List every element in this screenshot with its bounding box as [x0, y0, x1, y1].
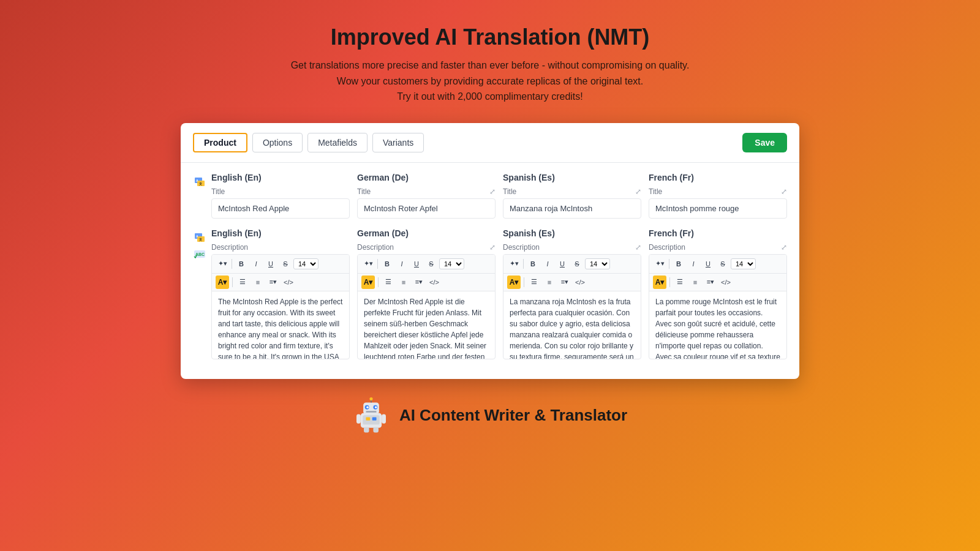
- strike-btn-en[interactable]: S: [279, 257, 292, 271]
- editor-content-fr[interactable]: La pomme rouge McIntosh est le fruit par…: [649, 291, 786, 359]
- underline-btn-de[interactable]: U: [410, 257, 423, 271]
- field-label-es-title: Title ⤢: [503, 187, 641, 196]
- expand-icon-es-desc[interactable]: ⤢: [635, 243, 641, 252]
- translate-icon: A 文: [193, 175, 206, 189]
- sep2-fr: [669, 277, 670, 287]
- toolbar2-es: A▾ ☰ ≡ ≡▾ </>: [503, 274, 641, 291]
- align-btn-en[interactable]: ≡▾: [266, 276, 280, 289]
- olist-btn-en[interactable]: ≡: [251, 276, 265, 289]
- toolbar2-fr: A▾ ☰ ≡ ≡▾ </>: [649, 274, 786, 291]
- svg-point-16: [375, 406, 377, 408]
- svg-rect-24: [364, 427, 369, 433]
- lang-label-fr-title: French (Fr): [649, 173, 787, 182]
- ulist-btn-en[interactable]: ☰: [236, 276, 249, 289]
- tab-product[interactable]: Product: [193, 133, 247, 152]
- code-btn-de[interactable]: </>: [428, 276, 441, 289]
- svg-text:文: 文: [199, 238, 202, 241]
- italic-btn-es[interactable]: I: [541, 257, 554, 271]
- bold-btn-es[interactable]: B: [526, 257, 540, 271]
- field-label-fr-desc: Description ⤢: [649, 243, 787, 252]
- italic-btn-en[interactable]: I: [249, 257, 263, 271]
- bold-btn-de[interactable]: B: [380, 257, 394, 271]
- toolbar-fr: ✦▾ B I U S 14: [649, 255, 786, 274]
- title-row: A 文 English (En) Title: [193, 173, 787, 219]
- expand-icon-de-desc[interactable]: ⤢: [489, 243, 496, 252]
- underline-btn-es[interactable]: U: [556, 257, 569, 271]
- toolbar2-en: A▾ ☰ ≡ ≡▾ </>: [212, 274, 349, 291]
- ulist-btn-es[interactable]: ☰: [527, 276, 541, 289]
- ai-btn-de[interactable]: ✦▾: [361, 257, 375, 271]
- svg-rect-20: [356, 414, 361, 423]
- svg-text:A: A: [196, 234, 198, 238]
- description-columns: English (En) Description ✦▾ B I U S: [211, 228, 787, 359]
- ai-btn-fr[interactable]: ✦▾: [653, 257, 666, 271]
- title-col-es: Spanish (Es) Title ⤢: [503, 173, 641, 219]
- editor-content-es[interactable]: La manzana roja McIntosh es la fruta per…: [503, 291, 641, 359]
- title-section: A 文 English (En) Title: [193, 173, 787, 219]
- color-btn-de[interactable]: A▾: [361, 276, 375, 289]
- tab-options[interactable]: Options: [252, 133, 303, 152]
- fontsize-es[interactable]: 14: [585, 258, 610, 269]
- underline-btn-en[interactable]: U: [264, 257, 277, 271]
- ai-btn-es[interactable]: ✦▾: [507, 257, 521, 271]
- svg-text:文: 文: [199, 182, 202, 186]
- color-btn-fr[interactable]: A▾: [653, 276, 666, 289]
- align-btn-de[interactable]: ≡▾: [412, 276, 426, 289]
- title-input-fr[interactable]: [649, 198, 787, 219]
- underline-btn-fr[interactable]: U: [701, 257, 715, 271]
- olist-btn-fr[interactable]: ≡: [688, 276, 702, 289]
- fontsize-de[interactable]: 14: [439, 258, 464, 269]
- code-btn-es[interactable]: </>: [573, 276, 587, 289]
- fontsize-fr[interactable]: 14: [731, 258, 756, 269]
- editor-content-en[interactable]: The McIntosh Red Apple is the perfect fr…: [212, 291, 349, 359]
- tab-bar: Product Options Metafields Variants Save: [181, 123, 799, 163]
- title-input-en[interactable]: [211, 198, 350, 219]
- align-btn-fr[interactable]: ≡▾: [704, 276, 717, 289]
- italic-btn-fr[interactable]: I: [687, 257, 700, 271]
- fontsize-en[interactable]: 14: [293, 258, 318, 269]
- expand-icon-fr-title[interactable]: ⤢: [781, 187, 787, 196]
- sep2-de: [378, 277, 379, 287]
- strike-btn-es[interactable]: S: [570, 257, 584, 271]
- ulist-btn-fr[interactable]: ☰: [673, 276, 687, 289]
- desc-col-fr: French (Fr) Description ⤢ ✦▾ B I U: [649, 228, 787, 359]
- lang-label-es-desc: Spanish (Es): [503, 228, 641, 238]
- expand-icon-fr-desc[interactable]: ⤢: [781, 243, 787, 252]
- toolbar2-de: A▾ ☰ ≡ ≡▾ </>: [358, 274, 495, 291]
- bold-btn-fr[interactable]: B: [672, 257, 685, 271]
- italic-btn-de[interactable]: I: [395, 257, 409, 271]
- svg-rect-25: [373, 427, 379, 433]
- ulist-btn-de[interactable]: ☰: [382, 276, 395, 289]
- expand-icon-de-title[interactable]: ⤢: [489, 187, 496, 196]
- description-row: A 文 ABC English (: [193, 228, 787, 359]
- svg-rect-19: [366, 411, 376, 413]
- olist-btn-es[interactable]: ≡: [543, 276, 556, 289]
- olist-btn-de[interactable]: ≡: [397, 276, 410, 289]
- expand-icon-es-title[interactable]: ⤢: [635, 187, 641, 196]
- color-btn-en[interactable]: A▾: [216, 276, 229, 289]
- title-input-de[interactable]: [357, 198, 496, 219]
- code-btn-fr[interactable]: </>: [719, 276, 733, 289]
- field-label-de-title: Title ⤢: [357, 187, 496, 196]
- align-btn-es[interactable]: ≡▾: [558, 276, 571, 289]
- page-header: Improved AI Translation (NMT) Get transl…: [279, 0, 702, 117]
- editor-content-de[interactable]: Der McIntosh Red Apple ist die perfekte …: [358, 291, 495, 359]
- bold-btn-en[interactable]: B: [235, 257, 248, 271]
- svg-text:A: A: [196, 179, 198, 182]
- app-window: Product Options Metafields Variants Save…: [181, 123, 799, 379]
- toolbar-es: ✦▾ B I U S 14: [503, 255, 641, 274]
- color-btn-es[interactable]: A▾: [507, 276, 521, 289]
- title-col-en: English (En) Title: [211, 173, 350, 219]
- tab-metafields[interactable]: Metafields: [307, 133, 368, 152]
- sep1-en: [232, 259, 232, 269]
- title-input-es[interactable]: [503, 198, 641, 219]
- save-button[interactable]: Save: [742, 133, 787, 152]
- description-icons: A 文 ABC: [193, 231, 206, 260]
- strike-btn-de[interactable]: S: [424, 257, 438, 271]
- tab-variants[interactable]: Variants: [372, 133, 424, 152]
- title-icons: A 文: [193, 175, 206, 189]
- strike-btn-fr[interactable]: S: [716, 257, 729, 271]
- code-btn-en[interactable]: </>: [282, 276, 295, 289]
- sep2-es: [524, 277, 524, 287]
- ai-btn-en[interactable]: ✦▾: [216, 257, 229, 271]
